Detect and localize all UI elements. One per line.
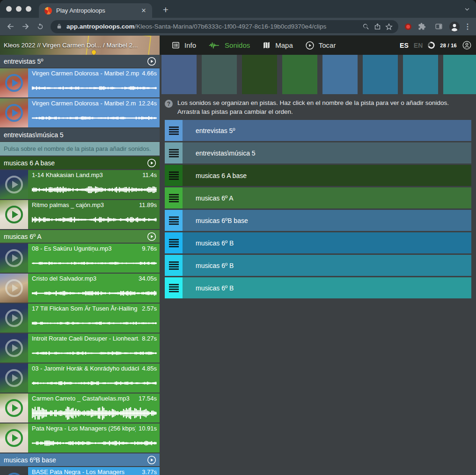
track-row[interactable]: entrevistas 5º — [165, 120, 471, 141]
tab-close-icon[interactable]: ✕ — [139, 6, 148, 15]
close-window-button[interactable] — [6, 6, 12, 12]
clip-play-icon[interactable] — [5, 369, 23, 387]
track-drag-handle[interactable] — [165, 255, 183, 276]
track-drag-handle[interactable] — [165, 142, 183, 163]
tab-search-chevron-icon[interactable] — [464, 6, 470, 13]
clip-play-icon[interactable] — [5, 309, 23, 327]
audio-clip[interactable]: Virgen Carmen Dolorosa - Maribel 2.mp34.… — [0, 68, 160, 97]
reload-icon[interactable] — [34, 20, 47, 33]
track-section-header[interactable]: musicas 6ºB base — [0, 453, 160, 466]
track-section-header[interactable]: entrevistas 5º — [0, 55, 160, 67]
track-row[interactable]: musicas 6ºB base — [165, 210, 471, 231]
record-indicator-icon[interactable] — [405, 23, 411, 30]
audio-clip[interactable]: 03 - Jaromír Horák & Konrádyho dudácká .… — [0, 364, 160, 393]
clip-play-icon[interactable] — [5, 206, 23, 223]
audio-clip[interactable]: 1-14 Khakasian Land.mp311.4s — [0, 170, 160, 199]
section-play-icon — [147, 158, 156, 168]
audio-clip[interactable]: Ritmo palmas _ cajón.mp311.89s — [0, 200, 160, 229]
section-play-button[interactable] — [147, 158, 156, 168]
audio-clip[interactable]: Pata Negra - Los Managers (256 kbps).mp3… — [0, 423, 160, 453]
audio-clip[interactable]: BASE Pata Negra - Los Managers3.77s — [0, 467, 160, 475]
clip-play-icon[interactable] — [5, 249, 23, 267]
browser-menu-icon[interactable]: ⋮ — [464, 22, 471, 31]
track-color-tile[interactable] — [322, 55, 358, 94]
clip-play-icon[interactable] — [5, 279, 23, 297]
track-row-body[interactable]: entrevistas\música 5 — [183, 142, 471, 163]
track-row-body[interactable]: musicas 6ºB base — [183, 210, 471, 231]
track-section-header[interactable]: entrevistas\música 5 — [0, 128, 160, 141]
tab-sonidos[interactable]: Sonidos — [202, 36, 256, 55]
side-panel-icon[interactable] — [432, 20, 445, 33]
track-color-tile[interactable] — [161, 55, 197, 94]
section-play-button[interactable] — [147, 57, 156, 66]
lang-es-button[interactable]: ES — [400, 42, 409, 49]
audio-clip[interactable]: Introit Rorate Caeli Desuper - Lionheart… — [0, 334, 160, 363]
clip-play-icon[interactable] — [5, 473, 23, 475]
track-row[interactable]: musicas 6º B — [165, 232, 471, 253]
lang-en-button[interactable]: EN — [414, 42, 423, 49]
track-drag-handle[interactable] — [165, 165, 183, 186]
lock-icon[interactable] — [56, 23, 62, 30]
toolbar-right-icons: ⋮ — [402, 20, 472, 33]
track-color-tile[interactable] — [242, 55, 277, 94]
track-color-tile[interactable] — [403, 55, 438, 94]
forward-icon[interactable] — [19, 20, 32, 33]
track-drag-handle[interactable] — [165, 277, 183, 298]
clip-play-icon[interactable] — [5, 399, 23, 417]
address-bar[interactable]: app.antropoloops.com/Kleos-Santa-Marina/… — [51, 20, 398, 33]
clip-play-icon[interactable] — [5, 429, 23, 447]
profile-avatar[interactable] — [449, 21, 460, 32]
clip-duration: 17.54s — [139, 395, 157, 402]
clip-play-icon[interactable] — [5, 74, 23, 92]
bookmark-star-icon[interactable] — [385, 23, 393, 30]
clip-body: 1-14 Khakasian Land.mp311.4s — [28, 170, 160, 199]
share-icon[interactable] — [374, 23, 381, 30]
track-row[interactable]: musicas 6 A base — [165, 165, 471, 186]
track-section-header[interactable]: musicas 6 A base — [0, 156, 160, 169]
back-icon[interactable] — [4, 20, 17, 33]
minimize-window-button[interactable] — [16, 6, 22, 12]
track-color-tile[interactable] — [202, 55, 237, 94]
audio-clip[interactable]: Cristo del Salvador.mp334.05s — [0, 274, 160, 303]
track-color-tile[interactable] — [282, 55, 317, 94]
account-icon[interactable] — [462, 40, 472, 50]
track-row[interactable]: musicas 6º B — [165, 255, 471, 276]
track-row[interactable]: musicas 6º B — [165, 277, 471, 298]
track-color-tile[interactable] — [443, 55, 476, 94]
extensions-puzzle-icon[interactable] — [415, 20, 428, 33]
tab-mapa[interactable]: Mapa — [256, 36, 299, 55]
audio-clip[interactable]: Carmen Carreto _ Castañuelas.mp317.54s — [0, 393, 160, 423]
section-play-button[interactable] — [147, 455, 156, 465]
track-row-body[interactable]: musicas 6 A base — [183, 165, 471, 186]
clip-play-icon[interactable] — [5, 104, 23, 122]
clip-duration: 2.57s — [142, 305, 157, 312]
clip-play-icon[interactable] — [5, 176, 23, 193]
track-row-body[interactable]: entrevistas 5º — [183, 120, 471, 141]
audio-clip[interactable]: 17 Till Flickan Som Är Tusen År-Halling … — [0, 304, 160, 333]
track-section-header[interactable]: musicas 6º A — [0, 230, 160, 243]
section-play-button[interactable] — [147, 232, 156, 241]
track-drag-handle[interactable] — [165, 187, 183, 208]
browser-tab[interactable]: Play Antropoloops ✕ — [39, 3, 152, 18]
clip-play-icon[interactable] — [5, 339, 23, 357]
track-row[interactable]: musicas 6º A — [165, 187, 471, 208]
tiles-row — [161, 55, 476, 94]
track-row-body[interactable]: musicas 6º A — [183, 187, 471, 208]
audio-clip[interactable]: 08 - Es Sakūru Uguntiņu.mp39.76s — [0, 244, 160, 273]
track-row[interactable]: entrevistas\música 5 — [165, 142, 471, 163]
track-color-tile[interactable] — [363, 55, 398, 94]
track-row-body[interactable]: musicas 6º B — [183, 232, 471, 253]
track-row-body[interactable]: musicas 6º B — [183, 255, 471, 276]
tab-tocar[interactable]: Tocar — [299, 36, 342, 55]
new-tab-button[interactable]: + — [159, 4, 173, 15]
track-drag-handle[interactable] — [165, 210, 183, 231]
audio-clip[interactable]: Virgen Carmen Dolorosa - Maribel 2.mp312… — [0, 98, 160, 127]
zoom-window-button[interactable] — [26, 6, 31, 12]
track-drag-handle[interactable] — [165, 120, 183, 141]
track-section-name: musicas 6ºB base — [4, 456, 147, 464]
track-drag-handle[interactable] — [165, 232, 183, 253]
map-thumbnail[interactable]: Kleos 2022 // Virgen Carmen Dol... / Mar… — [0, 36, 160, 55]
track-row-body[interactable]: musicas 6º B — [183, 277, 471, 298]
zoom-page-icon[interactable] — [362, 23, 370, 30]
tab-info[interactable]: Info — [165, 36, 202, 55]
